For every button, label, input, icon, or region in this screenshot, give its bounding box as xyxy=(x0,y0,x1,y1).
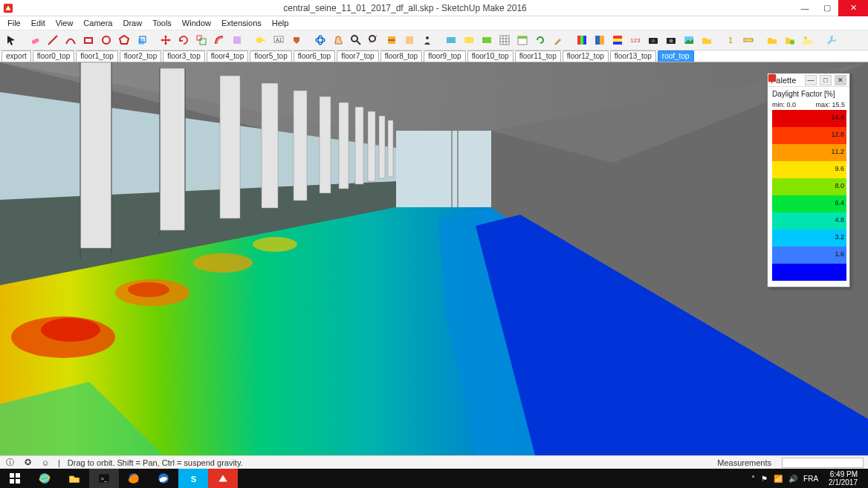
followme-tool-icon[interactable] xyxy=(229,32,245,48)
rectangle-tool-icon[interactable] xyxy=(80,32,97,48)
palette-2-icon[interactable] xyxy=(592,32,608,48)
ext-grid-icon[interactable] xyxy=(496,32,513,48)
scene-tab[interactable]: floor0_top xyxy=(33,51,74,62)
person-icon[interactable]: ☺ xyxy=(40,458,51,468)
tray-lang[interactable]: FRA xyxy=(803,475,818,483)
scene-tab-active[interactable]: roof_top xyxy=(658,51,694,62)
move-tool-icon[interactable] xyxy=(158,32,174,48)
measurements-input[interactable] xyxy=(782,458,864,468)
sun-icon[interactable] xyxy=(800,32,816,48)
menu-draw[interactable]: Draw xyxy=(118,18,146,28)
scene-tab[interactable]: floor11_top xyxy=(515,51,561,62)
palette-panel[interactable]: Palette — □ ✕ Daylight Factor [%] min: 0… xyxy=(767,73,850,287)
minimize-button[interactable]: — xyxy=(794,0,816,16)
taskbar-firefox-icon[interactable] xyxy=(119,469,149,488)
menu-window[interactable]: Window xyxy=(178,18,216,28)
taskbar-skype-icon[interactable]: S xyxy=(178,469,208,488)
pushpull-tool-icon[interactable] xyxy=(134,32,150,48)
scene-tab[interactable]: floor12_top xyxy=(563,51,609,62)
palette-minimize-button[interactable]: — xyxy=(805,75,817,85)
scale-tool-icon[interactable] xyxy=(193,32,210,48)
geo-icon[interactable]: ✪ xyxy=(22,458,33,468)
menu-help[interactable]: Help xyxy=(268,18,294,28)
paint-tool-icon[interactable] xyxy=(288,32,305,48)
folder3-icon[interactable] xyxy=(782,32,798,48)
ext-1-icon[interactable] xyxy=(443,32,459,48)
scene-tab[interactable]: floor6_top xyxy=(294,51,335,62)
polygon-tool-icon[interactable] xyxy=(116,32,132,48)
ext-2-icon[interactable] xyxy=(461,32,477,48)
palette-close-button[interactable]: ✕ xyxy=(835,75,846,85)
scene-tab[interactable]: floor10_top xyxy=(467,51,514,62)
ruler-icon[interactable] xyxy=(740,32,757,48)
maximize-button[interactable]: ▢ xyxy=(816,0,838,16)
tray-flag-icon[interactable]: ⚑ xyxy=(761,475,768,483)
menu-extensions[interactable]: Extensions xyxy=(217,18,266,28)
help-icon[interactable]: ⓘ xyxy=(4,458,15,468)
position-camera-icon[interactable] xyxy=(419,32,435,48)
start-button[interactable] xyxy=(0,469,30,488)
folder-icon[interactable] xyxy=(699,32,715,48)
scene-tab[interactable]: export xyxy=(1,51,31,62)
rotate-tool-icon[interactable] xyxy=(175,32,192,48)
scene-tab[interactable]: floor2_top xyxy=(120,51,161,62)
ext-3-icon[interactable] xyxy=(479,32,495,48)
section-tool-icon[interactable] xyxy=(383,32,400,48)
walk-tool-icon[interactable] xyxy=(401,32,418,48)
pan-tool-icon[interactable] xyxy=(330,32,346,48)
camera-icon[interactable] xyxy=(645,32,661,48)
menu-tools[interactable]: Tools xyxy=(148,18,176,28)
tray-clock[interactable]: 6:49 PM 2/1/2017 xyxy=(824,470,862,487)
zoom-extents-icon[interactable] xyxy=(366,32,382,48)
taskbar-explorer-icon[interactable] xyxy=(59,469,89,488)
system-tray[interactable]: ˄ ⚑ 📶 🔊 FRA 6:49 PM 2/1/2017 xyxy=(745,470,868,487)
menu-edit[interactable]: Edit xyxy=(27,18,50,28)
taskbar-ie-icon[interactable] xyxy=(30,469,59,488)
taskbar-terminal-icon[interactable]: >_ xyxy=(89,469,119,488)
eraser-tool-icon[interactable] xyxy=(27,32,43,48)
tray-chevron-icon[interactable]: ˄ xyxy=(751,475,755,483)
scene-tab[interactable]: floor13_top xyxy=(610,51,656,62)
svg-rect-74 xyxy=(160,68,185,230)
orbit-tool-icon[interactable] xyxy=(312,32,328,48)
ext-brush-icon[interactable] xyxy=(550,32,566,48)
image-icon[interactable] xyxy=(681,32,697,48)
circle-tool-icon[interactable] xyxy=(98,32,114,48)
taskbar-thunderbird-icon[interactable] xyxy=(149,469,178,488)
numbers-123-icon[interactable]: 123 xyxy=(627,32,644,48)
scene-tab[interactable]: floor4_top xyxy=(207,51,248,62)
scene-tab[interactable]: floor5_top xyxy=(250,51,291,62)
offset-tool-icon[interactable] xyxy=(211,32,227,48)
palette-3-icon[interactable] xyxy=(609,32,626,48)
camera2-icon[interactable] xyxy=(663,32,679,48)
ext-refresh-icon[interactable] xyxy=(532,32,548,48)
scene-tab[interactable]: floor1_top xyxy=(76,51,117,62)
select-tool-icon[interactable] xyxy=(3,32,19,48)
palette-body: Daylight Factor [%] min: 0.0 max: 15.5 1… xyxy=(768,87,849,287)
wrench-icon[interactable] xyxy=(823,32,840,48)
palette-titlebar[interactable]: Palette — □ ✕ xyxy=(768,74,849,87)
menu-view[interactable]: View xyxy=(51,18,78,28)
taskbar-sketchup-icon[interactable] xyxy=(208,469,238,488)
folder2-icon[interactable] xyxy=(764,32,780,48)
zoom-tool-icon[interactable] xyxy=(348,32,364,48)
scene-tab[interactable]: floor7_top xyxy=(337,51,378,62)
arc-tool-icon[interactable] xyxy=(62,32,79,48)
palette-max: max: 15.5 xyxy=(815,101,845,108)
scene-tab[interactable]: floor9_top xyxy=(424,51,465,62)
palette-1-icon[interactable] xyxy=(574,32,590,48)
one-icon[interactable]: 1 xyxy=(722,32,739,48)
viewport[interactable]: Palette — □ ✕ Daylight Factor [%] min: 0… xyxy=(0,62,868,455)
menu-file[interactable]: File xyxy=(3,18,25,28)
text-tool-icon[interactable]: A1 xyxy=(271,32,287,48)
close-button[interactable]: ✕ xyxy=(838,0,868,16)
line-tool-icon[interactable] xyxy=(45,32,61,48)
menu-camera[interactable]: Camera xyxy=(79,18,117,28)
tray-volume-icon[interactable]: 🔊 xyxy=(788,475,797,483)
palette-maximize-button[interactable]: □ xyxy=(820,75,832,85)
scene-tab[interactable]: floor8_top xyxy=(380,51,422,62)
tape-tool-icon[interactable] xyxy=(253,32,269,48)
scene-tab[interactable]: floor3_top xyxy=(163,51,204,62)
ext-cal-icon[interactable] xyxy=(514,32,531,48)
tray-network-icon[interactable]: 📶 xyxy=(774,475,783,483)
